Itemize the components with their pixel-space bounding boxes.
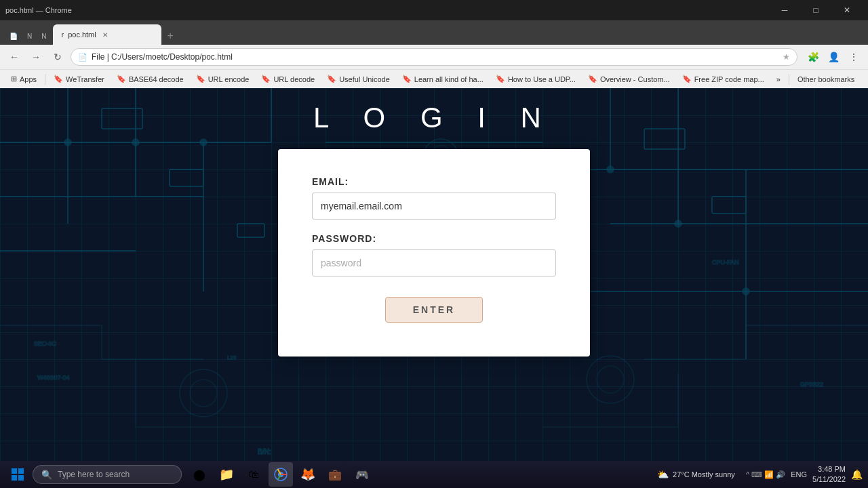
bookmark-urldecode-label: URL decode [273, 75, 315, 83]
svg-point-24 [743, 288, 749, 295]
taskbar-icon-6[interactable]: 🎮 [350, 462, 374, 487]
address-bar[interactable]: 📄 File | C:/Users/moetc/Desktop/poc.html… [71, 48, 797, 66]
bookmark-icon-7: 🔖 [496, 75, 505, 83]
taskbar-icon-firefox[interactable]: 🦊 [296, 462, 320, 487]
start-button[interactable] [5, 464, 30, 485]
system-tray: ⛅ 27°C Mostly sunny [652, 469, 741, 480]
password-input[interactable] [312, 249, 556, 277]
taskbar-icon-store[interactable]: 🛍 [241, 462, 266, 487]
bookmark-base64[interactable]: 🔖 BASE64 decode [111, 73, 189, 85]
bookmarks-bar: ⊞ Apps 🔖 WeTransfer 🔖 BASE64 decode 🔖 UR… [0, 69, 868, 88]
other-bookmarks-button[interactable]: Other bookmarks [792, 74, 860, 85]
svg-rect-18 [712, 197, 746, 214]
svg-rect-15 [170, 169, 203, 186]
tab-bar: 📄 N N r poc.html ✕ + [0, 20, 868, 45]
maximize-button[interactable]: □ [800, 0, 831, 20]
taskbar-search-placeholder: Type here to search [58, 470, 130, 479]
tab-inactive-1[interactable]: 📄 [5, 27, 22, 45]
window-controls: ─ □ ✕ [769, 0, 863, 20]
svg-point-44 [587, 356, 634, 403]
bookmark-urlencode-label: URL encode [208, 75, 250, 83]
email-input[interactable] [312, 192, 556, 220]
svg-point-42 [180, 369, 227, 417]
taskbar-icon-5[interactable]: 💼 [323, 462, 347, 487]
weather-icon: ⛅ [657, 469, 669, 480]
page-title-container: L O G I N [0, 102, 868, 134]
new-tab-button[interactable]: + [161, 27, 178, 45]
apps-grid-icon: ⊞ [11, 75, 17, 83]
bookmark-icon-4: 🔖 [261, 75, 271, 83]
bookmark-icon-9: 🔖 [682, 75, 692, 83]
extensions-button[interactable]: 🧩 [804, 48, 822, 66]
title-bar: poc.html — Chrome ─ □ ✕ [0, 0, 868, 20]
bookmark-icon-1: 🔖 [54, 75, 63, 83]
svg-text:B/N:: B/N: [258, 448, 271, 455]
tab-close-button[interactable]: ✕ [100, 30, 110, 39]
close-button[interactable]: ✕ [831, 0, 863, 20]
bookmark-wetransfer[interactable]: 🔖 WeTransfer [48, 73, 110, 85]
bookmark-icon-8: 🔖 [588, 75, 597, 83]
tray-icons: ^ ⌨ 📶 🔊 [746, 470, 785, 479]
bookmark-udp[interactable]: 🔖 How to Use a UDP... [490, 73, 581, 85]
menu-button[interactable]: ⋮ [845, 48, 863, 66]
nav-bar: ← → ↻ 📄 File | C:/Users/moetc/Desktop/po… [0, 45, 868, 69]
bookmark-unicode-label: Useful Unicode [339, 75, 390, 83]
profile-button[interactable]: 👤 [825, 48, 842, 66]
taskbar-icon-explorer[interactable]: 📁 [214, 462, 239, 487]
bookmark-zip[interactable]: 🔖 Free ZIP code map... [677, 73, 770, 85]
windows-icon [11, 468, 24, 481]
taskbar-right: ⛅ 27°C Mostly sunny ^ ⌨ 📶 🔊 ENG 3:48 PM … [652, 464, 863, 485]
back-button[interactable]: ← [5, 48, 23, 66]
taskbar-clock[interactable]: 3:48 PM 5/11/2022 [812, 464, 846, 485]
language-label: ENG [791, 470, 807, 479]
bookmark-learn[interactable]: 🔖 Learn all kind of ha... [397, 73, 489, 85]
bookmark-urldecode[interactable]: 🔖 URL decode [256, 73, 320, 85]
svg-point-21 [200, 139, 207, 146]
tab-inactive-2[interactable]: N [23, 27, 36, 45]
search-icon: 🔍 [41, 470, 52, 480]
taskbar-date: 5/11/2022 [812, 474, 846, 485]
svg-rect-50 [18, 468, 24, 474]
login-card: EMAIL: PASSWORD: ENTER [278, 149, 590, 357]
svg-point-45 [597, 366, 624, 393]
svg-point-23 [675, 220, 682, 227]
bookmark-learn-label: Learn all kind of ha... [414, 75, 484, 83]
notification-button[interactable]: 🔔 [851, 469, 863, 480]
taskbar-search[interactable]: 🔍 Type here to search [33, 465, 182, 484]
enter-button[interactable]: ENTER [385, 297, 483, 323]
forward-button[interactable]: → [27, 48, 45, 66]
taskbar-icon-cortana[interactable]: ⬤ [187, 462, 212, 487]
bookmark-zip-label: Free ZIP code map... [694, 75, 764, 83]
bookmark-separator-2 [789, 74, 789, 85]
minimize-button[interactable]: ─ [769, 0, 800, 20]
bookmark-overview-label: Overview - Custom... [600, 75, 670, 83]
svg-point-20 [132, 139, 139, 146]
reload-button[interactable]: ↻ [49, 48, 66, 66]
svg-text:CPU-FAN: CPU-FAN [712, 259, 739, 266]
bookmark-apps[interactable]: ⊞ Apps [5, 73, 42, 85]
page-title: L O G I N [0, 102, 868, 134]
bookmark-unicode[interactable]: 🔖 Useful Unicode [321, 73, 395, 85]
svg-point-43 [190, 380, 217, 407]
svg-point-19 [64, 139, 71, 146]
svg-rect-49 [12, 468, 17, 474]
svg-point-22 [607, 166, 614, 173]
tab-inactive-3[interactable]: N [37, 27, 50, 45]
svg-text:SEC-3C: SEC-3C [34, 340, 57, 347]
email-form-group: EMAIL: [312, 176, 556, 220]
svg-text:W48S07-04: W48S07-04 [37, 374, 70, 381]
bookmark-overview[interactable]: 🔖 Overview - Custom... [583, 73, 675, 85]
bookmark-wetransfer-label: WeTransfer [66, 75, 104, 83]
bookmark-urlencode[interactable]: 🔖 URL encode [191, 73, 255, 85]
browser-chrome: poc.html — Chrome ─ □ ✕ 📄 N N r poc.html… [0, 0, 868, 88]
svg-rect-52 [18, 475, 24, 481]
svg-rect-51 [12, 475, 17, 481]
nav-extra-icons: 🧩 👤 ⋮ [804, 48, 863, 66]
taskbar-time: 3:48 PM [812, 464, 846, 474]
tab-active[interactable]: r poc.html ✕ [53, 24, 161, 45]
other-bookmarks-label: Other bookmarks [797, 75, 854, 83]
taskbar-icon-chrome[interactable] [269, 462, 293, 487]
taskbar: 🔍 Type here to search ⬤ 📁 🛍 🦊 💼 🎮 ⛅ 27°C… [0, 461, 868, 488]
svg-text:GP3S22: GP3S22 [800, 381, 823, 388]
bookmarks-more-button[interactable]: » [771, 74, 786, 85]
